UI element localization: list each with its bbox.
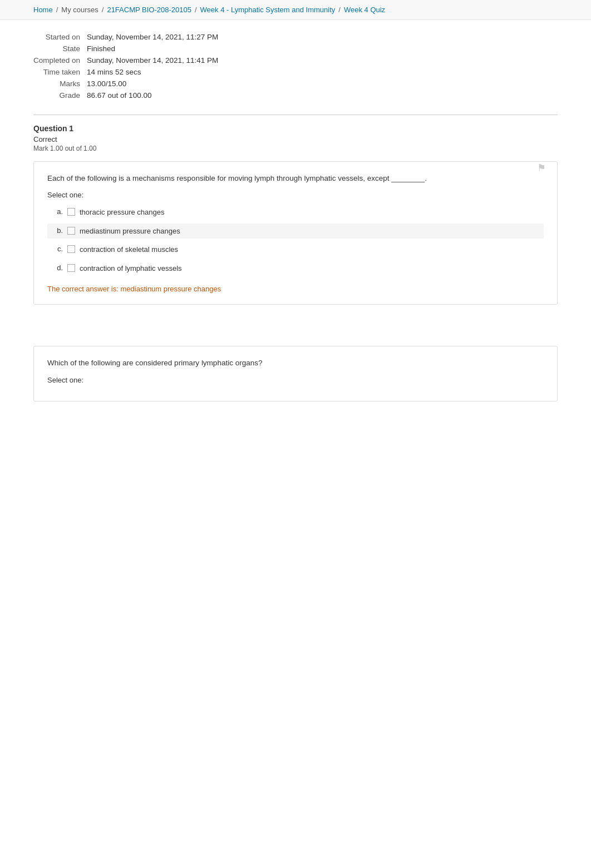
breadcrumb-week[interactable]: Week 4 - Lymphatic System and Immunity: [200, 6, 336, 14]
quiz-info-started-row: Started on Sunday, November 14, 2021, 11…: [33, 31, 223, 43]
option-b-checkbox[interactable]: [67, 227, 75, 235]
breadcrumb-home[interactable]: Home: [33, 6, 53, 14]
state-label: State: [33, 43, 87, 54]
option-a-text: thoracic pressure changes: [80, 207, 164, 218]
started-on-value: Sunday, November 14, 2021, 11:27 PM: [87, 31, 223, 43]
breadcrumb-sep-3: /: [195, 6, 197, 14]
option-b-text: mediastinum pressure changes: [80, 226, 180, 237]
answer-option-c[interactable]: c. contraction of skeletal muscles: [47, 242, 544, 257]
question-2-box: Which of the following are considered pr…: [33, 346, 558, 401]
divider: [33, 115, 558, 115]
started-on-label: Started on: [33, 31, 87, 43]
flag-icon[interactable]: ⚑: [537, 162, 546, 174]
grade-value: 86.67 out of 100.00: [87, 90, 223, 101]
question-1-select-label: Select one:: [47, 191, 544, 199]
option-c-text: contraction of skeletal muscles: [80, 244, 178, 255]
breadcrumb: Home / My courses / 21FACMP BIO-208-2010…: [0, 0, 591, 20]
main-content: Started on Sunday, November 14, 2021, 11…: [0, 20, 591, 424]
option-d-checkbox[interactable]: [67, 264, 75, 272]
completed-on-label: Completed on: [33, 54, 87, 66]
breadcrumb-sep-4: /: [338, 6, 341, 14]
option-c-checkbox[interactable]: [67, 245, 75, 253]
completed-on-value: Sunday, November 14, 2021, 11:41 PM: [87, 54, 223, 66]
question-2-text: Which of the following are considered pr…: [47, 358, 544, 369]
spacer: [33, 318, 558, 340]
option-d-letter: d.: [51, 263, 63, 272]
option-b-letter: b.: [51, 226, 63, 235]
quiz-info-table: Started on Sunday, November 14, 2021, 11…: [33, 31, 223, 101]
breadcrumb-quiz: Week 4 Quiz: [344, 6, 385, 14]
answer-option-d[interactable]: d. contraction of lymphatic vessels: [47, 261, 544, 276]
quiz-info-grade-row: Grade 86.67 out of 100.00: [33, 90, 223, 101]
question-1-mark: Mark 1.00 out of 1.00: [33, 145, 558, 152]
option-d-text: contraction of lymphatic vessels: [80, 263, 182, 274]
correct-answer-text: The correct answer is: mediastinum press…: [47, 285, 544, 293]
question-1-box: ⚑ Each of the following is a mechanisms …: [33, 161, 558, 305]
answer-option-a[interactable]: a. thoracic pressure changes: [47, 205, 544, 220]
quiz-info-timetaken-row: Time taken 14 mins 52 secs: [33, 66, 223, 78]
question-1-label: Question 1: [33, 125, 73, 133]
marks-label: Marks: [33, 78, 87, 90]
option-a-letter: a.: [51, 207, 63, 216]
breadcrumb-course[interactable]: 21FACMP BIO-208-20105: [107, 6, 191, 14]
question-1-header: Question 1: [33, 124, 558, 133]
breadcrumb-sep-2: /: [102, 6, 104, 14]
breadcrumb-mycourses: My courses: [61, 6, 98, 14]
question-1-block: Question 1 Correct Mark 1.00 out of 1.00…: [33, 124, 558, 305]
question-1-text: Each of the following is a mechanisms re…: [47, 173, 544, 184]
time-taken-value: 14 mins 52 secs: [87, 66, 223, 78]
answer-option-b[interactable]: b. mediastinum pressure changes: [47, 224, 544, 239]
state-value: Finished: [87, 43, 223, 54]
question-1-status: Correct: [33, 135, 558, 143]
marks-value: 13.00/15.00: [87, 78, 223, 90]
time-taken-label: Time taken: [33, 66, 87, 78]
option-a-checkbox[interactable]: [67, 208, 75, 216]
quiz-info-state-row: State Finished: [33, 43, 223, 54]
quiz-info-marks-row: Marks 13.00/15.00: [33, 78, 223, 90]
breadcrumb-sep-1: /: [56, 6, 58, 14]
question-2-select-label: Select one:: [47, 376, 544, 384]
grade-label: Grade: [33, 90, 87, 101]
option-c-letter: c.: [51, 244, 63, 253]
quiz-info-completed-row: Completed on Sunday, November 14, 2021, …: [33, 54, 223, 66]
